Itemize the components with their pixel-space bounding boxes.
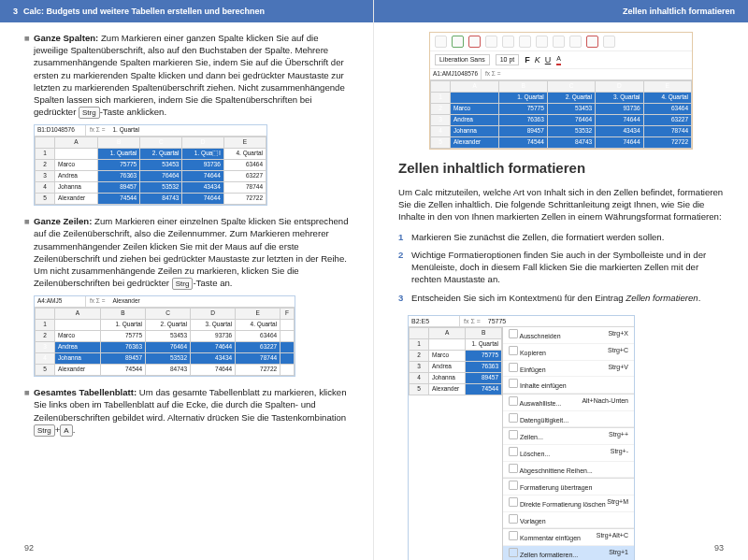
spreadsheet: AB11. Quartal2Marco757753Andrea763634Joh… [409,327,502,395]
menu-item[interactable]: Abgeschnittene Reihen... [503,462,634,479]
page-left: 3 Calc: Budgets und weitere Tabellen ers… [0,0,374,560]
menu-item[interactable]: Kommentar einfügenStrg+Alt+C [503,529,634,546]
bullet-icon: ■ [24,215,34,290]
step-1: Markieren Sie zunächst die Zellen, die f… [398,231,724,243]
toolbar-icon [468,36,481,48]
spreadsheet: ABCDE11. Quartal2. Quartal3. Quartal4. Q… [430,80,692,149]
paragraph: Gesamtes Tabellenblatt: Um das gesamte T… [34,386,349,437]
figure-rows-selected: A4:AMJ5 fx Σ = Alexander ABCDEF11. Quart… [34,295,349,377]
menu-item[interactable]: Direkte Formatierung löschenStrg+M [503,495,634,512]
bullet-icon: ■ [24,32,34,119]
book-spread: 3 Calc: Budgets und weitere Tabellen ers… [0,0,748,560]
menu-item[interactable]: Inhalte einfügen [503,377,634,394]
list-item: ■ Ganze Zeilen: Zum Markieren einer einz… [24,215,349,290]
menu-item[interactable]: KopierenStrg+C [503,344,634,361]
toolbar-icon [519,36,531,48]
toolbar-icon [536,36,548,48]
menu-item[interactable]: Auswahlliste...Alt+Nach-Unten [503,395,634,411]
toolbar-icon [603,36,615,48]
paragraph: Ganze Spalten: Zum Markieren einer ganze… [34,32,349,119]
toolbar-icon [569,36,582,48]
menu-item[interactable]: Datengültigkeit... [503,411,634,428]
bold-italic-underline: FKU [525,54,551,65]
toolbar-icon [435,36,447,48]
menu-item[interactable]: Löschen...Strg+- [503,445,634,462]
list-item: ■ Gesamtes Tabellenblatt: Um das gesamte… [24,386,349,437]
page-number: 92 [24,543,34,553]
toolbar-icon [452,36,464,48]
toolbar-icon [553,36,565,48]
figure-select-all: Liberation Sans 10 pt FKU A A1:AMJ104857… [429,32,693,150]
list-item: ■ Ganze Spalten: Zum Markieren einer gan… [24,32,349,119]
page-left-body: ■ Ganze Spalten: Zum Markieren einer gan… [0,22,373,437]
formula-bar: A1:AMJ1048576 fx Σ = [430,69,692,80]
page-number: 93 [714,543,724,553]
menu-item[interactable]: EinfügenStrg+V [503,361,634,378]
step-3: Entscheiden Sie sich im Kontextmenü für … [398,292,724,304]
header-right: Zellen inhaltlich formatieren [374,0,748,22]
context-menu: AusschneidenStrg+X KopierenStrg+C Einfüg… [502,327,634,560]
section-title: Zellen inhaltlich formatieren [623,7,735,16]
toolbar-icon [502,36,514,48]
heading: Zellen inhaltlich formatieren [398,159,724,179]
paragraph: Ganze Zeilen: Zum Markieren einer einzel… [34,215,349,290]
key-strg: Strg [79,107,100,119]
menu-item[interactable]: Zeilen...Strg++ [503,428,634,445]
menu-item[interactable]: Zellen formatieren...Strg+1 [503,546,634,560]
spreadsheet: ABCDEF11. Quartal2. Quartal3. Quartal4. … [35,308,295,376]
formula-bar: A4:AMJ5 fx Σ = Alexander [35,296,295,308]
page-right: Zellen inhaltlich formatieren Liberation… [374,0,748,560]
step-list: Markieren Sie zunächst die Zellen, die f… [398,231,724,304]
menu-item[interactable]: Vorlagen [503,512,634,529]
page-right-body: Liberation Sans 10 pt FKU A A1:AMJ104857… [374,22,748,560]
menu-item[interactable]: Formatierung übertragen [503,479,634,495]
paragraph: Um Calc mitzuteilen, welche Art von Inha… [398,186,724,223]
figure-columns-selected: B1:D1048576 fx Σ = 1. Quartal ABCDE11. Q… [34,124,349,206]
key-strg: Strg [172,278,194,290]
formula-bar: B2:E5 fx Σ = 75775 [409,316,634,328]
toolbar-icon [485,36,497,48]
key-strg: Strg [34,424,55,437]
chapter-title: Calc: Budgets und weitere Tabellen erste… [23,7,265,16]
toolbar-icon [586,36,598,48]
font-color-icon: A [556,54,561,65]
menu-item[interactable]: AusschneidenStrg+X [503,327,634,344]
step-2: Wichtige Formatieroptionen finden Sie au… [398,249,724,286]
formula-bar: B1:D1048576 fx Σ = 1. Quartal [35,125,266,136]
key-a: A [60,424,72,437]
font-name: Liberation Sans [435,54,490,65]
header-left: 3 Calc: Budgets und weitere Tabellen ers… [0,0,373,22]
bullet-icon: ■ [24,386,34,437]
figure-context-menu: B2:E5 fx Σ = 75775 AB11. Quartal2Marco75… [408,315,635,560]
font-size: 10 pt [496,54,520,65]
chapter-number: 3 [13,7,18,16]
spreadsheet: ABCDE11. Quartal2. Quartal1. Qua⬚l4. Qua… [35,136,266,205]
